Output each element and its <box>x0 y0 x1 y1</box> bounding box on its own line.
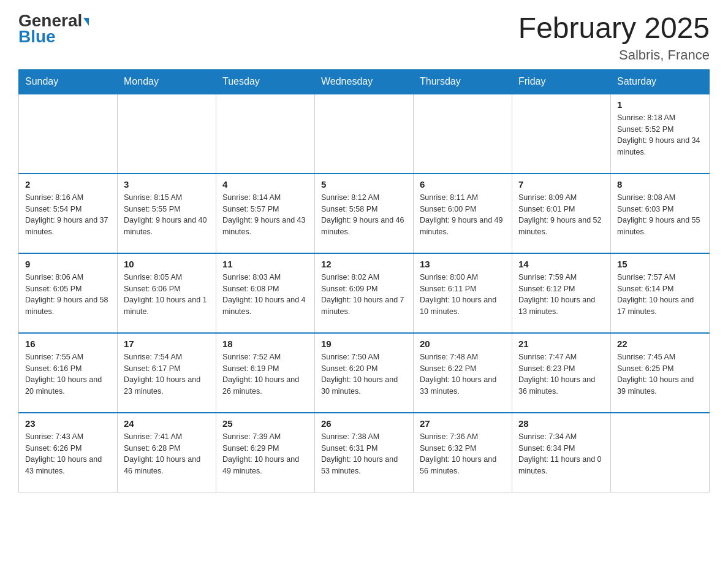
logo-blue: Blue <box>18 27 56 47</box>
calendar-cell <box>19 94 118 174</box>
day-info: Sunrise: 8:16 AMSunset: 5:54 PMDaylight:… <box>25 192 111 238</box>
calendar-cell: 27Sunrise: 7:36 AMSunset: 6:32 PMDayligh… <box>414 413 512 492</box>
calendar-cell: 19Sunrise: 7:50 AMSunset: 6:20 PMDayligh… <box>315 333 414 413</box>
header-day-tuesday: Tuesday <box>216 69 315 94</box>
day-number: 13 <box>420 259 506 269</box>
day-number: 18 <box>222 339 308 349</box>
day-number: 5 <box>321 179 407 190</box>
day-number: 22 <box>617 339 703 349</box>
day-info: Sunrise: 7:45 AMSunset: 6:25 PMDaylight:… <box>617 351 703 397</box>
calendar-cell <box>611 413 710 492</box>
day-number: 20 <box>420 339 506 349</box>
calendar-cell: 25Sunrise: 7:39 AMSunset: 6:29 PMDayligh… <box>216 413 315 492</box>
header-day-wednesday: Wednesday <box>315 69 414 94</box>
day-number: 11 <box>222 259 308 269</box>
calendar-cell: 11Sunrise: 8:03 AMSunset: 6:08 PMDayligh… <box>216 253 315 333</box>
header-row: SundayMondayTuesdayWednesdayThursdayFrid… <box>19 69 710 94</box>
day-number: 26 <box>321 418 407 429</box>
week-row-3: 9Sunrise: 8:06 AMSunset: 6:05 PMDaylight… <box>19 253 710 333</box>
day-number: 16 <box>25 339 111 349</box>
day-info: Sunrise: 7:36 AMSunset: 6:32 PMDaylight:… <box>420 431 506 477</box>
calendar-cell <box>512 94 611 174</box>
day-number: 9 <box>25 259 111 269</box>
day-number: 8 <box>617 179 703 190</box>
week-row-1: 1Sunrise: 8:18 AMSunset: 5:52 PMDaylight… <box>19 94 710 174</box>
calendar-cell: 21Sunrise: 7:47 AMSunset: 6:23 PMDayligh… <box>512 333 611 413</box>
day-info: Sunrise: 8:14 AMSunset: 5:57 PMDaylight:… <box>222 192 308 238</box>
day-number: 15 <box>617 259 703 269</box>
day-number: 6 <box>420 179 506 190</box>
calendar-cell: 23Sunrise: 7:43 AMSunset: 6:26 PMDayligh… <box>19 413 118 492</box>
day-number: 12 <box>321 259 407 269</box>
day-number: 10 <box>124 259 210 269</box>
calendar-cell: 9Sunrise: 8:06 AMSunset: 6:05 PMDaylight… <box>19 253 118 333</box>
calendar-cell: 18Sunrise: 7:52 AMSunset: 6:19 PMDayligh… <box>216 333 315 413</box>
calendar-cell: 3Sunrise: 8:15 AMSunset: 5:55 PMDaylight… <box>118 174 216 253</box>
calendar-cell: 12Sunrise: 8:02 AMSunset: 6:09 PMDayligh… <box>315 253 414 333</box>
day-info: Sunrise: 8:05 AMSunset: 6:06 PMDaylight:… <box>124 272 210 318</box>
day-info: Sunrise: 7:39 AMSunset: 6:29 PMDaylight:… <box>222 431 308 477</box>
day-info: Sunrise: 8:12 AMSunset: 5:58 PMDaylight:… <box>321 192 407 238</box>
day-info: Sunrise: 7:48 AMSunset: 6:22 PMDaylight:… <box>420 351 506 397</box>
day-number: 3 <box>124 179 210 190</box>
calendar-cell: 14Sunrise: 7:59 AMSunset: 6:12 PMDayligh… <box>512 253 611 333</box>
day-info: Sunrise: 7:38 AMSunset: 6:31 PMDaylight:… <box>321 431 407 477</box>
day-info: Sunrise: 7:43 AMSunset: 6:26 PMDaylight:… <box>25 431 111 477</box>
day-info: Sunrise: 8:18 AMSunset: 5:52 PMDaylight:… <box>617 112 703 158</box>
week-row-5: 23Sunrise: 7:43 AMSunset: 6:26 PMDayligh… <box>19 413 710 492</box>
calendar-cell <box>315 94 414 174</box>
calendar-cell <box>414 94 512 174</box>
header-day-saturday: Saturday <box>611 69 710 94</box>
calendar-cell: 15Sunrise: 7:57 AMSunset: 6:14 PMDayligh… <box>611 253 710 333</box>
day-info: Sunrise: 8:06 AMSunset: 6:05 PMDaylight:… <box>25 272 111 318</box>
day-number: 21 <box>518 339 604 349</box>
page-header: General Blue February 2025 Salbris, Fran… <box>18 12 710 63</box>
day-number: 2 <box>25 179 111 190</box>
calendar-body: 1Sunrise: 8:18 AMSunset: 5:52 PMDaylight… <box>19 94 710 492</box>
day-info: Sunrise: 7:47 AMSunset: 6:23 PMDaylight:… <box>518 351 604 397</box>
calendar-cell: 24Sunrise: 7:41 AMSunset: 6:28 PMDayligh… <box>118 413 216 492</box>
logo-area: General Blue <box>18 12 89 47</box>
calendar-cell: 26Sunrise: 7:38 AMSunset: 6:31 PMDayligh… <box>315 413 414 492</box>
day-number: 25 <box>222 418 308 429</box>
calendar-cell <box>216 94 315 174</box>
day-number: 23 <box>25 418 111 429</box>
calendar-cell: 22Sunrise: 7:45 AMSunset: 6:25 PMDayligh… <box>611 333 710 413</box>
header-day-friday: Friday <box>512 69 611 94</box>
day-info: Sunrise: 8:00 AMSunset: 6:11 PMDaylight:… <box>420 272 506 318</box>
day-number: 24 <box>124 418 210 429</box>
month-title: February 2025 <box>518 12 710 45</box>
calendar-cell: 10Sunrise: 8:05 AMSunset: 6:06 PMDayligh… <box>118 253 216 333</box>
day-number: 28 <box>518 418 604 429</box>
week-row-4: 16Sunrise: 7:55 AMSunset: 6:16 PMDayligh… <box>19 333 710 413</box>
day-info: Sunrise: 7:34 AMSunset: 6:34 PMDaylight:… <box>518 431 604 477</box>
calendar-cell: 8Sunrise: 8:08 AMSunset: 6:03 PMDaylight… <box>611 174 710 253</box>
day-number: 17 <box>124 339 210 349</box>
day-info: Sunrise: 8:09 AMSunset: 6:01 PMDaylight:… <box>518 192 604 238</box>
calendar-cell: 6Sunrise: 8:11 AMSunset: 6:00 PMDaylight… <box>414 174 512 253</box>
calendar-cell: 13Sunrise: 8:00 AMSunset: 6:11 PMDayligh… <box>414 253 512 333</box>
location-title: Salbris, France <box>518 47 710 63</box>
day-info: Sunrise: 7:55 AMSunset: 6:16 PMDaylight:… <box>25 351 111 397</box>
calendar-cell: 28Sunrise: 7:34 AMSunset: 6:34 PMDayligh… <box>512 413 611 492</box>
calendar-cell: 20Sunrise: 7:48 AMSunset: 6:22 PMDayligh… <box>414 333 512 413</box>
calendar-cell: 16Sunrise: 7:55 AMSunset: 6:16 PMDayligh… <box>19 333 118 413</box>
week-row-2: 2Sunrise: 8:16 AMSunset: 5:54 PMDaylight… <box>19 174 710 253</box>
day-number: 19 <box>321 339 407 349</box>
header-day-monday: Monday <box>118 69 216 94</box>
calendar-cell: 17Sunrise: 7:54 AMSunset: 6:17 PMDayligh… <box>118 333 216 413</box>
title-area: February 2025 Salbris, France <box>518 12 710 63</box>
calendar-cell: 5Sunrise: 8:12 AMSunset: 5:58 PMDaylight… <box>315 174 414 253</box>
day-info: Sunrise: 7:57 AMSunset: 6:14 PMDaylight:… <box>617 272 703 318</box>
day-info: Sunrise: 7:54 AMSunset: 6:17 PMDaylight:… <box>124 351 210 397</box>
header-day-thursday: Thursday <box>414 69 512 94</box>
day-number: 1 <box>617 99 703 110</box>
day-number: 14 <box>518 259 604 269</box>
calendar-table: SundayMondayTuesdayWednesdayThursdayFrid… <box>18 69 710 493</box>
day-number: 27 <box>420 418 506 429</box>
day-info: Sunrise: 7:52 AMSunset: 6:19 PMDaylight:… <box>222 351 308 397</box>
day-info: Sunrise: 7:59 AMSunset: 6:12 PMDaylight:… <box>518 272 604 318</box>
day-info: Sunrise: 8:08 AMSunset: 6:03 PMDaylight:… <box>617 192 703 238</box>
calendar-cell: 2Sunrise: 8:16 AMSunset: 5:54 PMDaylight… <box>19 174 118 253</box>
day-info: Sunrise: 7:41 AMSunset: 6:28 PMDaylight:… <box>124 431 210 477</box>
